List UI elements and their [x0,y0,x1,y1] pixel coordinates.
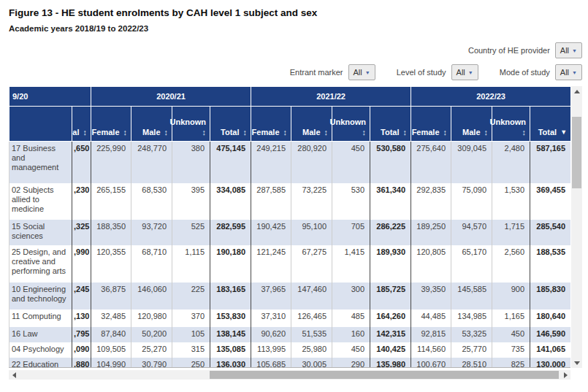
scroll-up-button[interactable] [571,86,582,96]
cell-total: 130,000 [530,358,570,368]
cell-total: 180,640 [530,310,570,327]
chevron-down-icon: ▼ [468,70,473,75]
cell-total: 475,145 [210,142,251,184]
horizontal-scrollbar-thumb[interactable] [210,371,559,379]
cell-male: 280,920 [291,142,332,184]
cell-total: 164,260 [370,310,411,327]
table-row: 25 Design, and creative and performing a… [9,245,571,283]
sort-header-total-clipped[interactable]: al↕ [72,107,91,142]
cell-male: 95,100 [291,220,332,245]
cell-unknown: 525 [172,220,210,245]
cell-unknown: 1,165 [492,310,530,327]
clipped-total-cell: ,245 [72,283,91,310]
cell-female: 190,425 [251,220,291,245]
sort-header-male-2022-23[interactable]: Male↕ [451,107,492,142]
cell-total: 185,725 [370,283,411,310]
sort-icon: ↕ [83,128,88,137]
clipped-total-cell: ,325 [72,220,91,245]
sort-header-unknown-2022-23[interactable]: Unknown↕ [492,107,530,142]
cell-total: 153,830 [210,310,251,327]
cell-unknown: 315 [172,342,210,358]
cell-female: 104,990 [91,358,131,368]
dropdown-value: All [354,68,362,77]
chevron-down-icon: ▼ [572,70,577,75]
cell-total: 141,065 [530,342,570,358]
clipped-total-cell: ,880 [72,358,91,368]
cell-unknown: 160 [332,327,370,342]
cell-unknown: 300 [332,283,370,310]
entrant-marker-dropdown[interactable]: All ▼ [348,64,375,80]
cell-male: 68,710 [131,245,172,283]
cell-total: 135,980 [370,358,411,368]
clipped-total-cell: ,090 [72,342,91,358]
sort-header-male-2021-22[interactable]: Male↕ [291,107,332,142]
vertical-scrollbar-thumb[interactable] [572,117,581,188]
cell-female: 90,620 [251,327,291,342]
vertical-scrollbar[interactable] [571,86,582,368]
cell-female: 39,350 [411,283,451,310]
cell-total: 334,085 [210,183,251,220]
cell-male: 30,005 [291,358,332,368]
sort-icon: ↕ [443,128,448,137]
cell-male: 68,530 [131,183,172,220]
cell-male: 25,770 [451,342,492,358]
sort-header-female-2022-23[interactable]: Female↕ [411,107,451,142]
year-group-header-row: 9/20 2020/21 2021/22 2022/23 [9,87,571,107]
table-body: 17 Business and management,650225,990248… [9,142,571,369]
subject-cell: 02 Subjects allied to medicine [9,183,72,220]
table-row: 11 Computing,13032,485120,980370153,8303… [9,310,571,327]
cell-male: 75,090 [451,183,492,220]
year-group-2022-23: 2022/23 [411,87,570,107]
level-of-study-dropdown[interactable]: All ▼ [451,64,478,80]
sort-header-female-2020-21[interactable]: Female↕ [91,107,131,142]
cell-male: 50,200 [131,327,172,342]
sort-header-female-2021-22[interactable]: Female↕ [251,107,291,142]
sort-header-unknown-2020-21[interactable]: Unknown↕ [172,107,210,142]
cell-unknown: 530 [332,183,370,220]
subject-column-header [9,107,72,142]
mode-of-study-dropdown[interactable]: All ▼ [555,64,582,80]
cell-female: 92,815 [411,327,451,342]
cell-male: 94,570 [451,220,492,245]
country-of-he-provider-dropdown[interactable]: All ▼ [555,42,582,58]
clipped-total-cell: ,230 [72,183,91,220]
cell-female: 87,840 [91,327,131,342]
cell-unknown: 1,715 [492,220,530,245]
cell-female: 292,835 [411,183,451,220]
cell-female: 121,245 [251,245,291,283]
scroll-up-icon [574,90,580,93]
horizontal-scrollbar[interactable] [9,370,570,380]
sort-icon: ↕ [202,128,207,137]
sort-header-unknown-2021-22[interactable]: Unknown↕ [332,107,370,142]
cell-unknown: 370 [172,310,210,327]
page: Figure 13 - HE student enrolments by CAH… [0,0,588,392]
cell-female: 225,990 [91,142,131,184]
scroll-right-button[interactable] [560,370,570,380]
cell-female: 189,250 [411,220,451,245]
cell-total: 286,225 [370,220,411,245]
cell-unknown: 395 [172,183,210,220]
sort-header-total-2021-22[interactable]: Total↕ [370,107,411,142]
cell-unknown: 450 [332,342,370,358]
sort-icon: ↕ [324,128,329,137]
scroll-down-button[interactable] [571,358,582,368]
sort-header-total-2022-23[interactable]: Total▼ [530,107,570,142]
cell-female: 287,585 [251,183,291,220]
cell-unknown: 900 [492,283,530,310]
scroll-right-icon [564,372,568,378]
sort-icon: ↕ [123,128,128,137]
table-scroll-viewport[interactable]: 9/20 2020/21 2021/22 2022/23 al↕ Female↕ [9,86,570,368]
cell-total: 587,165 [530,142,570,184]
subject-cell: 10 Engineering and technology [9,283,72,310]
cell-unknown: 2,480 [492,142,530,184]
sort-header-total-2020-21[interactable]: Total↕ [210,107,251,142]
cell-male: 146,060 [131,283,172,310]
scroll-left-icon [12,372,16,378]
cell-male: 30,790 [131,358,172,368]
cell-female: 32,485 [91,310,131,327]
cell-female: 37,310 [251,310,291,327]
scroll-left-button[interactable] [9,370,19,380]
cell-female: 36,875 [91,283,131,310]
sort-header-male-2020-21[interactable]: Male↕ [131,107,172,142]
cell-male: 65,170 [451,245,492,283]
